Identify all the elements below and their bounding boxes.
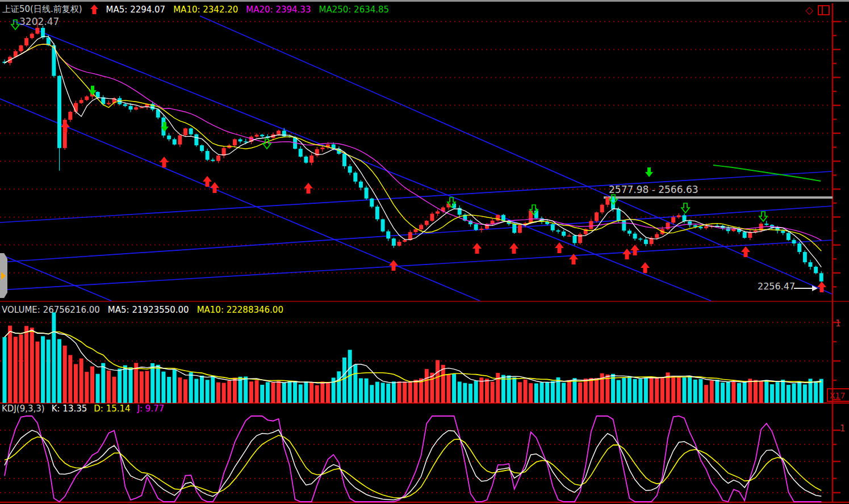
price-pane-header: 上证50(日线.前复权) MA5: 2294.07 MA10: 2342.20 … [2, 4, 389, 15]
ma250-value: MA250: 2634.85 [319, 5, 389, 15]
volume-ma5-value: MA5: 21923550.00 [108, 305, 189, 315]
up-arrow-icon [90, 5, 98, 15]
trading-app-window: 上证50(日线.前复权) MA5: 2294.07 MA10: 2342.20 … [0, 0, 849, 504]
symbol-title: 上证50(日线.前复权) [2, 4, 82, 15]
split-window-icon[interactable] [818, 5, 830, 15]
kdj-d-value: D: 15.14 [94, 404, 130, 414]
resistance-range-label: 2577.98 - 2566.63 [609, 184, 699, 195]
kdj-title: KDJ(9,3,3) [2, 404, 45, 414]
panel-expand-tab[interactable] [0, 253, 7, 298]
last-low-label: 2256.47 [758, 281, 795, 292]
expand-arrow-icon [1, 272, 6, 280]
kdj-k-value: K: 13.35 [52, 404, 87, 414]
volume-axis-label: 1 [835, 318, 841, 329]
kdj-axis-label: 1 [840, 423, 846, 434]
ma10-value: MA10: 2342.20 [173, 5, 238, 15]
volume-multiplier-badge: X17 [827, 388, 849, 402]
ma20-value: MA20: 2394.33 [246, 5, 311, 15]
diamond-icon[interactable]: ◇ [805, 6, 813, 15]
volume-ma10-value: MA10: 22288346.00 [197, 305, 283, 315]
volume-value: VOLUME: 26756216.00 [2, 305, 100, 315]
period-high-label: 3202.47 [19, 16, 59, 27]
volume-pane-header: VOLUME: 26756216.00 MA5: 21923550.00 MA1… [2, 305, 283, 315]
kdj-j-value: J: 9.77 [137, 404, 165, 414]
ma5-value: MA5: 2294.07 [106, 5, 166, 15]
chart-canvas[interactable] [0, 0, 849, 504]
kdj-pane-header: KDJ(9,3,3) K: 13.35 D: 15.14 J: 9.77 [2, 404, 164, 414]
